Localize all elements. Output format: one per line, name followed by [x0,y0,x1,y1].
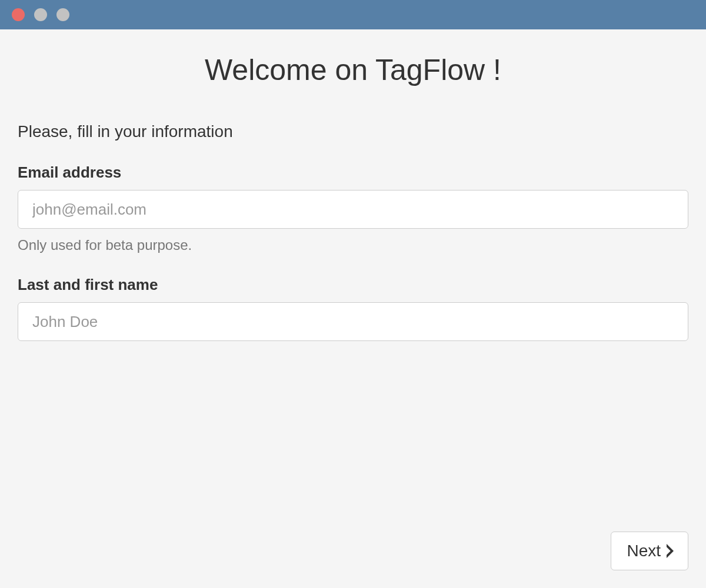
next-button-label: Next [627,542,661,560]
email-field[interactable] [18,190,688,229]
name-field[interactable] [18,302,688,341]
email-help-text: Only used for beta purpose. [18,237,688,253]
page-title: Welcome on TagFlow ! [18,53,688,87]
window-maximize-icon[interactable] [56,8,69,21]
window-minimize-icon[interactable] [34,8,47,21]
window-close-icon[interactable] [12,8,25,21]
name-label: Last and first name [18,276,688,294]
email-group: Email address Only used for beta purpose… [18,163,688,253]
next-button[interactable]: Next [611,532,688,570]
name-group: Last and first name [18,276,688,341]
window-titlebar [0,0,706,29]
chevron-right-icon [665,544,675,558]
main-content: Welcome on TagFlow ! Please, fill in you… [0,29,706,588]
form-prompt: Please, fill in your information [18,122,688,141]
email-label: Email address [18,163,688,182]
